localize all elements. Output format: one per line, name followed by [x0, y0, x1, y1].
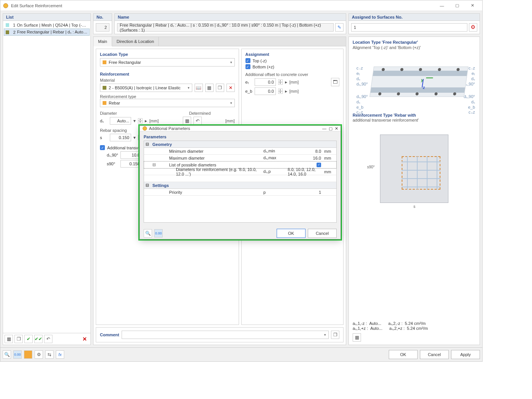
left-list[interactable]: 1 On Surface | Mesh | Q524A | Top (-z) |… — [3, 21, 90, 333]
name-input[interactable]: Free Rectangular | Rebar | dₛ : Auto... … — [117, 23, 334, 32]
reinf-type-select[interactable]: Rebar — [100, 99, 235, 107]
left-toolbar: ▦ ❐ ✔ ✔✔ ↶ ✕ — [3, 333, 90, 345]
ds90-label: dₛ,90° — [107, 153, 118, 158]
ds-label: dₛ — [100, 119, 108, 124]
tool-a-button[interactable]: ⚙ — [35, 350, 43, 359]
modal-maximize-button[interactable]: ▢ — [329, 126, 332, 131]
modal-cancel-button[interactable]: Cancel — [308, 229, 337, 238]
s-input[interactable]: 0.150 — [110, 134, 131, 141]
result-label: aₛ,1,-z : — [353, 321, 367, 326]
result-value: Auto... — [369, 321, 386, 326]
maximize-button[interactable]: ▢ — [450, 1, 465, 11]
result-label: aₛ,2,-z : — [388, 321, 403, 326]
et-input[interactable]: 0.0 — [255, 78, 276, 86]
material-delete-button[interactable]: ✕ — [226, 84, 235, 92]
fx-button[interactable]: fx — [56, 350, 64, 359]
comment-input[interactable] — [122, 331, 329, 339]
eb-input[interactable]: 0.0 — [255, 87, 276, 95]
material-copy-button[interactable]: ❐ — [216, 84, 224, 92]
ok-button[interactable]: OK — [389, 350, 418, 359]
top-checkbox[interactable]: ✓ — [245, 58, 250, 63]
check-green-button[interactable]: ✔ — [24, 335, 33, 343]
ds-spinner[interactable]: ▲▼ — [138, 118, 142, 124]
cancel-button[interactable]: Cancel — [420, 350, 449, 359]
list-item-label: Free Rectangular | Rebar | dₛ : Auto... … — [17, 30, 88, 35]
name-edit-button[interactable]: ✎ — [335, 23, 344, 32]
priority-value[interactable]: 1 — [286, 189, 323, 196]
ds90-input[interactable]: 10.0 — [120, 151, 142, 159]
bottom-checkbox[interactable]: ✓ — [245, 64, 250, 69]
transverse-checkbox[interactable]: ✓ — [100, 145, 105, 150]
preview-title-1: Location Type 'Free Rectangular' — [353, 40, 476, 45]
results-options-button[interactable]: ▦ — [353, 333, 361, 342]
determined-label: Determined — [189, 111, 235, 116]
tabs: Main Direction & Location — [93, 37, 346, 46]
material-library-button[interactable]: 📖 — [195, 84, 203, 92]
new-button[interactable]: ▦ — [5, 335, 13, 343]
tab-main[interactable]: Main — [93, 37, 112, 46]
modal-close-button[interactable]: ✕ — [335, 126, 338, 131]
assigned-panel: Assigned to Surfaces No. 1 ⭙ — [348, 13, 480, 34]
s-dim: s — [413, 204, 415, 209]
unit-mm: mm — [323, 148, 336, 155]
material-select[interactable]: 2 - B500S(A) | Isotropic | Linear Elasti… — [100, 84, 192, 92]
list-possible-checkbox[interactable]: ✓ — [317, 163, 321, 167]
location-type-select[interactable]: Free Rectangular — [100, 58, 235, 66]
preview-title-2: Alignment 'Top (-z)' and 'Bottom (+z)' — [353, 45, 476, 51]
s90-dim: s90° — [367, 165, 375, 169]
geometry-header: Geometry — [151, 141, 336, 148]
check-dbl-button[interactable]: ✔✔ — [34, 335, 43, 343]
parameters-title: Parameters — [144, 135, 337, 139]
ds-undo-button[interactable]: ↶ — [193, 117, 202, 125]
color-button[interactable] — [24, 350, 32, 359]
assigned-pick-button[interactable]: ⭙ — [469, 23, 477, 32]
search-button[interactable]: 🔍 — [3, 350, 11, 359]
eb-spinner[interactable]: ▲▼ — [278, 89, 283, 94]
svg-point-1 — [143, 127, 147, 131]
s90-input[interactable]: 0.150 — [120, 160, 142, 168]
collapse-icon[interactable]: ⊟ — [146, 183, 149, 188]
top-label: Top (-z) — [253, 59, 267, 63]
modal-search-button[interactable]: 🔍 — [144, 229, 152, 238]
arrow-right-icon[interactable]: ▸ — [145, 118, 147, 124]
collapse-icon[interactable]: ⊟ — [146, 142, 149, 147]
no-input[interactable]: 2 — [96, 23, 109, 32]
dsp-value[interactable]: 8.0, 10.0, 12.0, 14.0, 16.0 — [286, 168, 323, 175]
min-diameter-value[interactable]: 8.0 — [286, 148, 323, 155]
close-button[interactable]: ✕ — [465, 1, 480, 11]
min-diameter-label: Minimum diameter — [158, 148, 262, 155]
copy-button[interactable]: ❐ — [14, 335, 23, 343]
undo-button[interactable]: ↶ — [44, 335, 52, 343]
tab-direction-location[interactable]: Direction & Location — [112, 37, 159, 46]
ds-settings-button[interactable]: ▦ — [183, 117, 191, 125]
arrow-right-icon[interactable]: ▸ — [285, 79, 287, 85]
tool-b-button[interactable]: ⇆ — [45, 350, 54, 359]
collapse-icon[interactable]: ⊟ — [152, 162, 156, 167]
list-item-label: On Surface | Mesh | Q524A | Top (-z) | B… — [17, 23, 88, 27]
chevron-down-icon[interactable]: ▾ — [133, 135, 136, 140]
modal-decimals-button[interactable]: 0.00 — [154, 229, 163, 238]
priority-label: Priority — [158, 189, 262, 196]
assigned-input[interactable]: 1 — [351, 23, 467, 32]
apply-button[interactable]: Apply — [451, 350, 480, 359]
assigned-header: Assigned to Surfaces No. — [349, 14, 480, 21]
material-new-button[interactable]: ▦ — [205, 84, 214, 92]
comment-button[interactable]: ❐ — [331, 331, 339, 339]
swatch-icon — [103, 60, 106, 64]
chevron-down-icon[interactable]: ▾ — [133, 118, 136, 124]
material-label: Material — [100, 78, 235, 82]
list-item[interactable]: 2 Free Rectangular | Rebar | dₛ : Auto..… — [4, 28, 90, 36]
bottom-bar: 🔍 0.00 ⚙ ⇆ fx OK Cancel Apply — [0, 347, 482, 361]
modal-ok-button[interactable]: OK — [277, 229, 306, 238]
offset-info-button[interactable]: 🗔 — [331, 78, 339, 86]
modal-minimize-button[interactable]: — — [322, 126, 326, 131]
max-diameter-value[interactable]: 16.0 — [286, 155, 323, 162]
ds-input[interactable]: Auto... — [110, 117, 131, 125]
swatch-icon — [103, 86, 106, 90]
delete-button[interactable]: ✕ — [81, 335, 89, 343]
arrow-right-icon[interactable]: ▸ — [285, 89, 287, 94]
decimals-button[interactable]: 0.00 — [13, 350, 22, 359]
list-item[interactable]: 1 On Surface | Mesh | Q524A | Top (-z) |… — [4, 22, 90, 28]
et-spinner[interactable]: ▲▼ — [278, 79, 283, 85]
minimize-button[interactable]: — — [434, 1, 450, 11]
